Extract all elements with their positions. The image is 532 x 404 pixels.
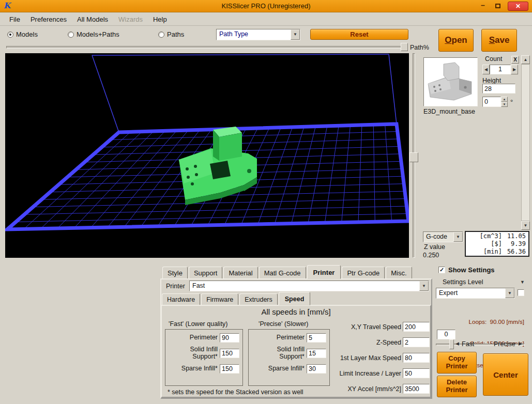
chevron-down-icon[interactable]: ▼ [419, 281, 429, 291]
open-button[interactable]: Open [438, 29, 474, 52]
radio-models[interactable]: Models [7, 30, 38, 38]
path-percent-label: Path% [410, 44, 429, 51]
settings-level-label: Settings Level [443, 278, 483, 286]
precise-perimeter-input[interactable] [307, 333, 326, 343]
stat-value: 56.36 [502, 248, 526, 256]
slider-handle[interactable] [409, 152, 418, 162]
fast-solid-infill-input[interactable] [220, 349, 239, 358]
3d-viewport[interactable] [5, 53, 409, 258]
degree-symbol: ° [510, 98, 513, 106]
stat-row: [min] 56.36 [466, 248, 526, 256]
z-speed-input[interactable] [403, 337, 430, 347]
xy-accel-label: XY Accel [mm/s^2] [329, 385, 401, 393]
save-button[interactable]: Save [481, 29, 517, 52]
z-value: 0.250 [423, 252, 439, 259]
limit-increase-label: Limit Increase / Layer [329, 370, 401, 377]
chevron-down-icon[interactable]: ▼ [453, 232, 463, 242]
tab-ptr-gcode[interactable]: Ptr G-code [342, 267, 385, 279]
path-type-value: Path Type [217, 29, 291, 40]
radio-selected-icon [7, 32, 13, 38]
scroll-up-icon[interactable]: ▲ [521, 55, 530, 64]
solid-infill-label: Solid Infill Support* [267, 346, 305, 361]
fast-precise-slider[interactable]: ◀ Fast Precise ▶ [436, 339, 525, 349]
xy-travel-speed-input[interactable] [403, 322, 430, 332]
print-bed-canvas[interactable] [5, 53, 409, 258]
fast-perimeter-input[interactable] [220, 333, 239, 343]
scroll-down-icon[interactable]: ▼ [521, 221, 530, 230]
path-type-dropdown[interactable]: Path Type ▼ [216, 29, 300, 40]
model-thumbnail[interactable] [423, 57, 478, 106]
first-layer-max-speed-input[interactable] [403, 353, 430, 363]
tab-matl-gcode[interactable]: Matl G-code [259, 267, 306, 279]
close-icon: ✕ [515, 3, 521, 10]
fast-sparse-infill-input[interactable] [220, 364, 239, 374]
copy-printer-button[interactable]: Copy Printer [437, 352, 477, 374]
menu-file[interactable]: File [4, 14, 25, 25]
chevron-down-icon[interactable]: ▼ [505, 288, 514, 298]
printer-dropdown[interactable]: Fast ▼ [189, 281, 429, 291]
center-button[interactable]: Center [483, 353, 528, 396]
subtab-hardware[interactable]: Hardware [162, 293, 200, 305]
settings-level-dropdown[interactable]: Expert ▼ [436, 288, 515, 299]
minimize-button[interactable]: – [477, 2, 489, 11]
close-button[interactable]: ✕ [508, 2, 528, 11]
tab-style[interactable]: Style [162, 267, 188, 279]
xy-accel-input[interactable] [403, 384, 430, 394]
collapse-chevron-icon[interactable]: ▼ [520, 279, 525, 285]
tab-printer[interactable]: Printer [307, 265, 341, 279]
tab-support[interactable]: Support [189, 267, 223, 279]
kisslicer-window: { "titlebar": { "title": "KISSlicer PRO … [0, 0, 532, 404]
menu-preferences[interactable]: Preferences [25, 14, 72, 25]
settings-extra-checkbox[interactable] [518, 289, 524, 296]
subtab-firmware[interactable]: Firmware [201, 293, 238, 305]
slider-handle[interactable] [401, 43, 408, 51]
slider-track[interactable] [6, 46, 408, 49]
save-label: Save [489, 35, 510, 45]
delete-printer-button[interactable]: Delete Printer [437, 376, 477, 397]
model-list-scrollbar[interactable]: ▲ ▼ [521, 55, 530, 230]
rotation-input[interactable] [482, 97, 501, 107]
spin-right-icon[interactable]: ▶ [511, 65, 518, 74]
rotation-down-icon[interactable]: ▼ [501, 102, 508, 107]
show-settings-checkbox[interactable]: ✓ Show Settings [438, 266, 495, 274]
stat-row: [$] 9.39 [466, 240, 526, 248]
z-value-label: Z value [424, 243, 445, 251]
spin-left-icon[interactable]: ◀ [482, 65, 490, 74]
tab-misc[interactable]: Misc. [386, 267, 412, 279]
precise-sparse-infill-input[interactable] [307, 364, 326, 374]
subtab-extruders[interactable]: Extruders [239, 293, 278, 305]
limit-increase-input[interactable] [403, 368, 430, 378]
path-percent-slider[interactable] [6, 43, 408, 51]
slider-left-icon: ◀ [455, 341, 459, 346]
scrollbar-track[interactable] [521, 64, 530, 221]
tab-material[interactable]: Material [223, 267, 257, 279]
viewport-z-slider[interactable] [409, 53, 418, 258]
perimeter-label: Perimeter [190, 334, 218, 341]
slider-fast-label: Fast [462, 340, 474, 348]
gcode-dropdown[interactable]: G-code ▼ [423, 231, 463, 242]
radio-models-paths[interactable]: Models+Paths [68, 30, 119, 38]
chevron-down-icon[interactable]: ▼ [291, 29, 300, 40]
rotation-up-icon[interactable]: ▲ [501, 97, 508, 102]
main-tab-bar: Style Support Material Matl G-code Print… [162, 265, 413, 279]
model-3d[interactable] [179, 127, 257, 205]
precise-solid-infill-input[interactable] [307, 349, 326, 358]
first-layer-max-speed-label: 1st Layer Max Speed [329, 354, 401, 362]
model-close-button[interactable]: X [511, 56, 519, 64]
quality-spin-value[interactable]: 0 [437, 330, 455, 339]
subtab-speed[interactable]: Speed [279, 292, 311, 305]
printer-value: Fast [190, 281, 419, 291]
title-bar[interactable]: K KISSlicer PRO (Unregistered) – ✕ [0, 0, 532, 12]
slider-handle[interactable] [449, 339, 454, 349]
count-spinner[interactable]: ◀ 1 ▶ [482, 65, 518, 74]
field-row: Solid Infill Support* [249, 346, 326, 361]
menu-help[interactable]: Help [148, 14, 172, 25]
maximize-button[interactable] [491, 2, 505, 11]
reset-button[interactable]: Reset [310, 29, 408, 40]
radio-paths[interactable]: Paths [158, 30, 184, 38]
count-value[interactable]: 1 [490, 65, 511, 74]
model-name: E3D_mount_base [423, 108, 475, 115]
menu-all-models[interactable]: All Models [72, 14, 113, 25]
height-input[interactable] [482, 84, 515, 94]
field-row: Perimeter [249, 333, 326, 343]
